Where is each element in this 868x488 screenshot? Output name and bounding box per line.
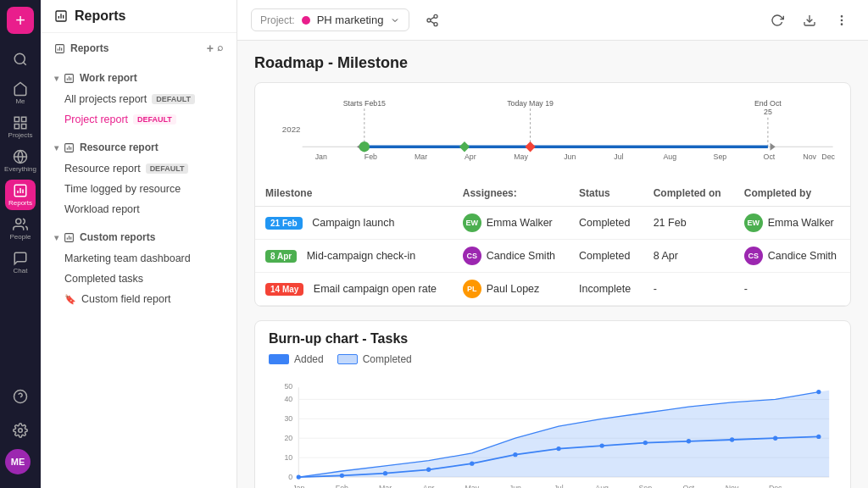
svg-point-23 bbox=[841, 19, 842, 20]
sidebar-item-custom-field-report[interactable]: 🔖 Custom field report bbox=[41, 289, 236, 309]
custom-reports-header[interactable]: ▾ Custom reports bbox=[41, 226, 236, 248]
custom-reports-icon bbox=[64, 232, 75, 243]
col-status: Status bbox=[569, 180, 643, 207]
legend-added-label: Added bbox=[294, 353, 324, 365]
completed-on-1: 21 Feb bbox=[643, 207, 734, 240]
svg-point-18 bbox=[434, 22, 437, 25]
year-label: 2022 bbox=[282, 125, 301, 134]
reports-button[interactable]: Reports bbox=[5, 180, 36, 210]
completed-by-2: CS Candice Smith bbox=[734, 240, 850, 273]
completed-by-name-2: Candice Smith bbox=[768, 250, 837, 262]
svg-point-50 bbox=[556, 446, 560, 451]
milestone-name-3: Email campaign open rate bbox=[314, 283, 437, 295]
assignee-cell-2: CS Candice Smith bbox=[453, 240, 569, 273]
svg-point-16 bbox=[434, 14, 437, 18]
month-aug: Aug bbox=[663, 152, 676, 161]
user-avatar[interactable]: ME bbox=[5, 449, 31, 474]
completed-by-1: EW Emma Walker bbox=[734, 207, 850, 240]
legend-added: Added bbox=[269, 353, 324, 365]
sidebar-item-resource-report[interactable]: Resource report DEFAULT bbox=[41, 158, 236, 179]
assignee-cell-1: EW Emma Walker bbox=[453, 207, 569, 240]
toolbar-actions bbox=[765, 8, 854, 33]
resource-report-item-label: Resource report bbox=[64, 163, 141, 175]
sidebar-title: Reports bbox=[41, 0, 236, 33]
svg-text:30: 30 bbox=[284, 414, 292, 423]
search-button[interactable] bbox=[5, 44, 36, 75]
svg-text:0: 0 bbox=[288, 473, 292, 481]
svg-rect-1 bbox=[14, 117, 19, 121]
svg-text:40: 40 bbox=[284, 395, 292, 403]
help-button[interactable] bbox=[5, 381, 36, 412]
sidebar-item-completed-tasks[interactable]: Completed tasks bbox=[41, 269, 236, 289]
add-button[interactable]: + bbox=[7, 7, 34, 34]
section-reports-header[interactable]: Reports + ⌕ bbox=[41, 36, 236, 60]
download-button[interactable] bbox=[797, 8, 822, 33]
svg-point-56 bbox=[816, 435, 821, 439]
everything-button[interactable]: Everything bbox=[5, 146, 36, 176]
month-feb: Feb bbox=[364, 152, 377, 161]
svg-point-44 bbox=[297, 474, 301, 479]
month-nov: Nov bbox=[803, 152, 816, 161]
settings-button[interactable] bbox=[5, 415, 36, 446]
sidebar-item-all-projects[interactable]: All projects report DEFAULT bbox=[41, 89, 236, 109]
reports-label: Reports bbox=[8, 199, 32, 207]
svg-point-48 bbox=[470, 462, 474, 466]
more-options-button[interactable] bbox=[829, 8, 854, 33]
content-area: Roadmap - Milestone Today May 19 Starts … bbox=[237, 41, 868, 488]
home-button[interactable]: Me bbox=[5, 78, 36, 108]
chevron-down-icon: ▾ bbox=[54, 74, 58, 83]
share-button[interactable] bbox=[420, 8, 445, 33]
svg-text:Sep: Sep bbox=[638, 484, 652, 488]
assignee-name-1: Emma Walker bbox=[487, 217, 553, 229]
projects-label: Projects bbox=[8, 131, 33, 139]
svg-text:Mar: Mar bbox=[379, 484, 392, 488]
legend-completed-color bbox=[337, 354, 358, 364]
month-apr: Apr bbox=[465, 152, 476, 161]
today-label: Today May 19 bbox=[507, 99, 554, 108]
svg-point-54 bbox=[730, 437, 734, 441]
home-label: Me bbox=[15, 97, 25, 105]
work-report-header[interactable]: ▾ Work report bbox=[41, 67, 236, 89]
month-sep: Sep bbox=[714, 152, 727, 161]
svg-point-55 bbox=[773, 436, 777, 441]
search-report-icon[interactable]: ⌕ bbox=[217, 42, 223, 55]
svg-text:Nov: Nov bbox=[726, 484, 739, 488]
section-actions: + ⌕ bbox=[207, 42, 223, 55]
sidebar-item-time-logged[interactable]: Time logged by resource bbox=[41, 179, 236, 199]
month-oct: Oct bbox=[764, 152, 776, 161]
completed-tasks-label: Completed tasks bbox=[64, 273, 143, 285]
milestone-cell-3: 14 May Email campaign open rate bbox=[255, 273, 453, 306]
download-icon bbox=[803, 14, 816, 27]
chat-label: Chat bbox=[14, 267, 28, 274]
sidebar-title-text: Reports bbox=[75, 8, 125, 24]
month-dec: Dec bbox=[821, 152, 835, 161]
milestone-name-2: Mid-campaign check-in bbox=[307, 250, 416, 262]
sidebar-item-workload[interactable]: Workload report bbox=[41, 199, 236, 219]
refresh-button[interactable] bbox=[765, 8, 790, 33]
work-report-label: Work report bbox=[80, 72, 137, 84]
starts-label: Starts Feb15 bbox=[343, 99, 386, 108]
svg-point-10 bbox=[19, 429, 23, 433]
assignee-name-3: Paul Lopez bbox=[487, 283, 540, 295]
chat-button[interactable]: Chat bbox=[5, 247, 36, 278]
add-report-icon[interactable]: + bbox=[207, 42, 214, 55]
project-selector[interactable]: Project: PH marketing bbox=[251, 8, 409, 31]
people-button[interactable]: People bbox=[5, 214, 36, 244]
assignee-cell-3: PL Paul Lopez bbox=[453, 273, 569, 306]
svg-point-47 bbox=[426, 468, 431, 472]
svg-text:Oct: Oct bbox=[683, 484, 695, 488]
svg-line-20 bbox=[431, 17, 435, 19]
projects-button[interactable]: Projects bbox=[5, 112, 36, 142]
toolbar: Project: PH marketing bbox=[237, 0, 868, 41]
reports-header-icon bbox=[54, 9, 68, 23]
resource-report-icon bbox=[64, 142, 75, 153]
sidebar-item-project-report[interactable]: Project report DEFAULT bbox=[41, 109, 236, 130]
status-cell-1: Completed bbox=[569, 207, 643, 240]
chevron-down-icon-2: ▾ bbox=[54, 143, 58, 152]
svg-text:Jul: Jul bbox=[554, 484, 563, 488]
all-projects-badge: DEFAULT bbox=[152, 94, 195, 104]
svg-text:Dec: Dec bbox=[769, 484, 782, 488]
sidebar-item-marketing-dashboard[interactable]: Marketing team dashboard bbox=[41, 248, 236, 269]
resource-report-header[interactable]: ▾ Resource report bbox=[41, 136, 236, 158]
burnup-svg: 0 10 20 30 40 50 bbox=[269, 372, 837, 488]
